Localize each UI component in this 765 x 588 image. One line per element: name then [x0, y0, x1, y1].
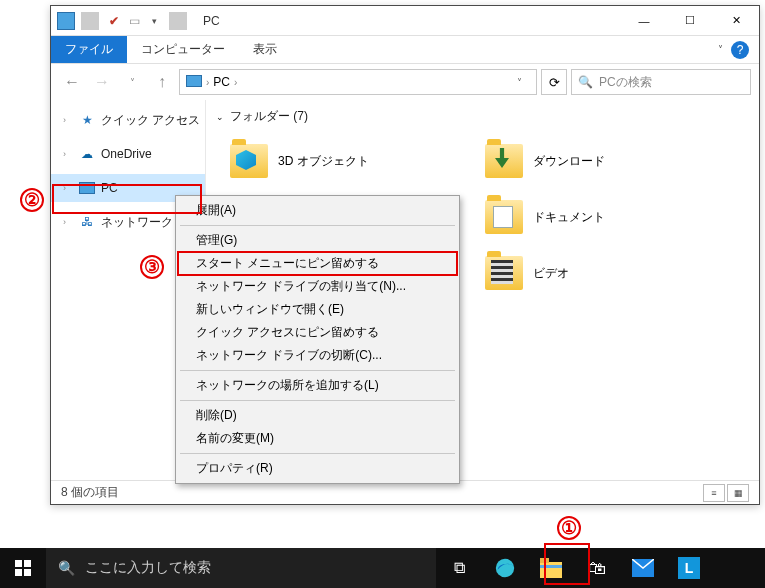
recent-dropdown[interactable]: ˅	[119, 69, 145, 95]
chevron-right-icon: ›	[234, 77, 237, 88]
ribbon-file-tab[interactable]: ファイル	[51, 36, 127, 63]
navigation-bar: ← → ˅ ↑ › PC › ˅ ⟳ 🔍 PCの検索	[51, 64, 759, 100]
svg-rect-3	[24, 569, 31, 576]
ctx-pin-quick[interactable]: クイック アクセスにピン留めする	[178, 321, 457, 344]
folder-icon	[485, 200, 523, 234]
folder-icon	[485, 144, 523, 178]
ribbon-tab-computer[interactable]: コンピューター	[127, 36, 239, 63]
checkbox-icon[interactable]: ✔	[105, 12, 123, 30]
taskbar-search-placeholder: ここに入力して検索	[85, 559, 211, 577]
address-bar[interactable]: › PC › ˅	[179, 69, 537, 95]
search-box[interactable]: 🔍 PCの検索	[571, 69, 751, 95]
address-dropdown-icon[interactable]: ˅	[508, 77, 530, 88]
back-button[interactable]: ←	[59, 69, 85, 95]
svg-rect-0	[15, 560, 22, 567]
folder-label: 3D オブジェクト	[278, 153, 369, 170]
chevron-down-icon: ⌄	[216, 112, 224, 122]
chevron-right-icon: ›	[206, 77, 209, 88]
network-icon: 🖧	[79, 214, 95, 230]
ctx-new-window[interactable]: 新しいウィンドウで開く(E)	[178, 298, 457, 321]
dropdown-icon[interactable]: ▾	[145, 12, 163, 30]
ctx-expand[interactable]: 展開(A)	[178, 199, 457, 222]
forward-button[interactable]: →	[89, 69, 115, 95]
chevron-right-icon: ›	[63, 115, 73, 125]
taskbar-icons: ⧉ 🛍 L	[436, 548, 712, 588]
ctx-delete[interactable]: 削除(D)	[178, 404, 457, 427]
task-view-button[interactable]: ⧉	[436, 548, 482, 588]
app-l-icon[interactable]: L	[666, 548, 712, 588]
search-icon: 🔍	[578, 75, 593, 89]
store-icon[interactable]: 🛍	[574, 548, 620, 588]
ctx-pin-start[interactable]: スタート メニューにピン留めする	[178, 252, 457, 275]
file-explorer-icon[interactable]	[528, 548, 574, 588]
quick-access-toolbar: ✔ ▭ ▾	[51, 12, 197, 30]
window-controls: ― ☐ ✕	[621, 6, 759, 36]
mail-icon[interactable]	[620, 548, 666, 588]
ribbon-tab-view[interactable]: 表示	[239, 36, 291, 63]
chevron-right-icon: ›	[63, 183, 73, 193]
folders-group-header[interactable]: ⌄ フォルダー (7)	[216, 108, 749, 125]
ribbon-collapse-icon[interactable]: ˅	[718, 44, 723, 55]
svg-rect-7	[540, 565, 562, 568]
details-view-button[interactable]: ≡	[703, 484, 725, 502]
minimize-button[interactable]: ―	[621, 6, 667, 36]
folder-label: ビデオ	[533, 265, 569, 282]
folder-3d-objects[interactable]: 3D オブジェクト	[216, 133, 471, 189]
sidebar-item-label: クイック アクセス	[101, 112, 200, 129]
ctx-properties[interactable]: プロパティ(R)	[178, 457, 457, 480]
item-count: 8 個の項目	[61, 484, 119, 501]
chevron-right-icon: ›	[63, 217, 73, 227]
search-icon: 🔍	[58, 560, 75, 576]
ctx-map-drive[interactable]: ネットワーク ドライブの割り当て(N)...	[178, 275, 457, 298]
folder-downloads[interactable]: ダウンロード	[471, 133, 726, 189]
start-button[interactable]	[0, 548, 46, 588]
annotation-2: ②	[20, 188, 44, 212]
folder-icon	[230, 144, 268, 178]
refresh-button[interactable]: ⟳	[541, 69, 567, 95]
sidebar-item-label: OneDrive	[101, 147, 152, 161]
folder-videos[interactable]: ビデオ	[471, 245, 726, 301]
window-title: PC	[197, 14, 220, 28]
sidebar-item-onedrive[interactable]: › ☁ OneDrive	[51, 140, 205, 168]
svg-rect-5	[540, 562, 562, 578]
folder-label: ドキュメント	[533, 209, 605, 226]
ctx-disconnect-drive[interactable]: ネットワーク ドライブの切断(C)...	[178, 344, 457, 367]
pc-icon	[57, 12, 75, 30]
sidebar-item-label: ネットワーク	[101, 214, 173, 231]
svg-rect-1	[24, 560, 31, 567]
pc-icon	[79, 180, 95, 196]
close-button[interactable]: ✕	[713, 6, 759, 36]
taskbar-search[interactable]: 🔍 ここに入力して検索	[46, 548, 436, 588]
star-icon: ★	[79, 112, 95, 128]
search-placeholder: PCの検索	[599, 74, 652, 91]
sidebar-item-quick-access[interactable]: › ★ クイック アクセス	[51, 106, 205, 134]
cloud-icon: ☁	[79, 146, 95, 162]
maximize-button[interactable]: ☐	[667, 6, 713, 36]
view-switcher: ≡ ▦	[703, 484, 749, 502]
ribbon-tabs: ファイル コンピューター 表示 ˅ ?	[51, 36, 759, 64]
properties-icon[interactable]: ▭	[125, 12, 143, 30]
sidebar-item-label: PC	[101, 181, 118, 195]
pc-icon	[186, 75, 202, 90]
titlebar: ✔ ▭ ▾ PC ― ☐ ✕	[51, 6, 759, 36]
context-menu: 展開(A) 管理(G) スタート メニューにピン留めする ネットワーク ドライブ…	[175, 195, 460, 484]
folder-documents[interactable]: ドキュメント	[471, 189, 726, 245]
ctx-add-network-location[interactable]: ネットワークの場所を追加する(L)	[178, 374, 457, 397]
folder-icon	[485, 256, 523, 290]
taskbar: 🔍 ここに入力して検索 ⧉ 🛍 L	[0, 548, 765, 588]
ctx-rename[interactable]: 名前の変更(M)	[178, 427, 457, 450]
svg-rect-2	[15, 569, 22, 576]
svg-rect-6	[540, 558, 549, 563]
ctx-manage[interactable]: 管理(G)	[178, 229, 457, 252]
folder-label: ダウンロード	[533, 153, 605, 170]
up-button[interactable]: ↑	[149, 69, 175, 95]
breadcrumb-pc[interactable]: PC	[213, 75, 230, 89]
chevron-right-icon: ›	[63, 149, 73, 159]
annotation-1: ①	[557, 516, 581, 540]
edge-icon[interactable]	[482, 548, 528, 588]
help-icon[interactable]: ?	[731, 41, 749, 59]
icons-view-button[interactable]: ▦	[727, 484, 749, 502]
annotation-3: ③	[140, 255, 164, 279]
